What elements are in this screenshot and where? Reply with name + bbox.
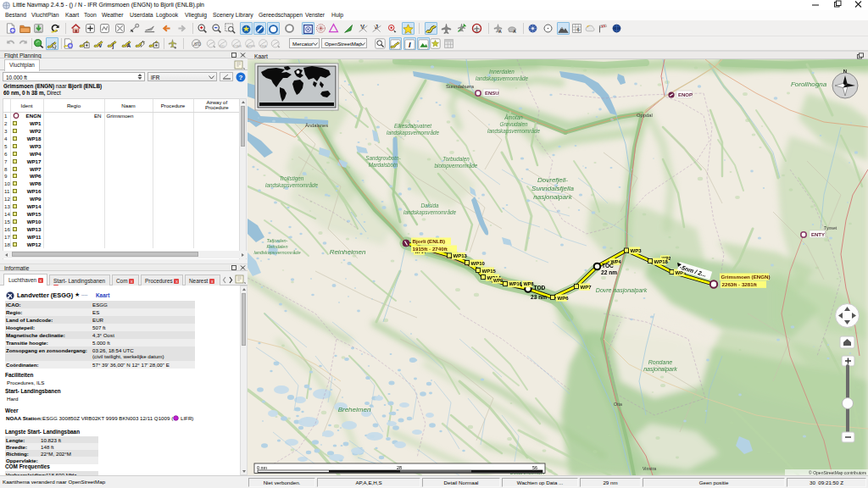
svg-text:biotopvernområde: biotopvernområde — [435, 163, 478, 169]
svg-text:TOD: TOD — [534, 285, 546, 291]
svg-text:Rondane: Rondane — [648, 359, 673, 365]
svg-text:WP16: WP16 — [509, 281, 522, 286]
svg-text:Sandgrovbotn-: Sandgrovbotn- — [365, 155, 400, 162]
svg-text:28: 28 — [397, 465, 402, 470]
svg-text:Torbudalen: Torbudalen — [442, 156, 470, 162]
svg-text:landskapsvernområde: landskapsvernområde — [265, 182, 318, 189]
svg-text:SID: SID — [194, 42, 202, 47]
svg-text:landskapsvernområde: landskapsvernområde — [387, 130, 439, 136]
svg-text:A: A — [126, 42, 131, 48]
svg-text:Trollstigen: Trollstigen — [280, 175, 304, 182]
svg-text:Reinheimen: Reinheimen — [330, 248, 366, 256]
svg-text:TOC: TOC — [602, 263, 614, 269]
svg-text:1915ft - 2740ft: 1915ft - 2740ft — [413, 246, 448, 252]
svg-text:ENOP: ENOP — [678, 92, 693, 97]
svg-text:Grimsmoen (ENGN): Grimsmoen (ENGN) — [721, 274, 771, 280]
svg-text:landskapsvernområde: landskapsvernområde — [476, 75, 528, 82]
svg-text:Eikesdalsvatnet: Eikesdalsvatnet — [394, 123, 431, 129]
svg-text:nasjonalpark: nasjonalpark — [533, 193, 572, 201]
svg-text:WP9: WP9 — [493, 278, 503, 283]
svg-text:Tynset: Tynset — [824, 225, 837, 230]
svg-text:2263ft - 3281ft: 2263ft - 3281ft — [722, 281, 757, 287]
svg-text:Forollhogna: Forollhogna — [791, 80, 827, 88]
svg-text:Oppdal: Oppdal — [637, 113, 653, 118]
svg-text:Sunndalsøra: Sunndalsøra — [446, 84, 475, 89]
svg-text:ENSU: ENSU — [485, 91, 499, 96]
svg-text:ENTY: ENTY — [811, 232, 825, 237]
svg-text:v: v — [98, 42, 102, 48]
svg-text:Reindalen: Reindalen — [266, 244, 287, 249]
svg-text:Åmotan: Åmotan — [504, 114, 523, 120]
svg-text:WP18: WP18 — [654, 259, 669, 264]
svg-text:Grøvudalen: Grøvudalen — [500, 121, 528, 127]
svg-text:nasjonalpark: nasjonalpark — [643, 366, 677, 373]
svg-text:WP7: WP7 — [581, 285, 593, 290]
svg-text:Otta: Otta — [614, 402, 622, 407]
svg-text:?: ? — [239, 74, 243, 81]
svg-text:© OpenStreetMap contributors: © OpenStreetMap contributors — [809, 470, 866, 475]
svg-text:Mardalsbotn: Mardalsbotn — [369, 162, 398, 168]
svg-text:landskapsvernområde: landskapsvernområde — [253, 250, 300, 255]
svg-text:Tafjorden-: Tafjorden- — [267, 238, 288, 243]
svg-text:Innerdalen: Innerdalen — [489, 69, 515, 75]
svg-text:WP13: WP13 — [453, 253, 468, 258]
svg-text:j: j — [111, 42, 114, 49]
svg-text:STAR: STAR — [232, 44, 242, 48]
svg-text:A: A — [498, 30, 502, 34]
svg-text:N: N — [843, 69, 847, 74]
svg-text:56: 56 — [532, 465, 537, 470]
svg-text:6: 6 — [576, 27, 579, 32]
svg-text:WP6: WP6 — [558, 296, 570, 301]
svg-text:22 nm: 22 nm — [601, 269, 617, 275]
svg-text:Sunndalsfjella: Sunndalsfjella — [531, 185, 574, 192]
svg-text:TRA: TRA — [259, 44, 266, 48]
svg-text:Bjorli (ENLB): Bjorli (ENLB) — [413, 238, 446, 244]
svg-text:APPR: APPR — [246, 44, 255, 48]
svg-text:WP3: WP3 — [631, 248, 643, 253]
svg-text:WP10: WP10 — [471, 261, 486, 266]
svg-text:Vinstra: Vinstra — [643, 466, 656, 471]
svg-text:WP15: WP15 — [482, 269, 497, 274]
svg-text:SID: SID — [219, 44, 225, 48]
svg-text:Dovre nasjonalpark: Dovre nasjonalpark — [596, 287, 648, 294]
svg-text:Breheimen: Breheimen — [338, 406, 371, 413]
svg-text:landskapsvernområde: landskapsvernområde — [487, 128, 540, 135]
svg-text:Åndalsnes: Åndalsnes — [305, 123, 328, 128]
svg-text:0 nm: 0 nm — [257, 465, 267, 470]
svg-text:landskapsvernområde: landskapsvernområde — [403, 209, 456, 216]
svg-text:23 nm: 23 nm — [531, 294, 547, 300]
svg-text:Dalsida: Dalsida — [421, 202, 439, 208]
svg-text:WP8: WP8 — [524, 281, 534, 286]
svg-text:Dovrefjell-: Dovrefjell- — [537, 176, 568, 184]
svg-text:A: A — [513, 30, 516, 34]
